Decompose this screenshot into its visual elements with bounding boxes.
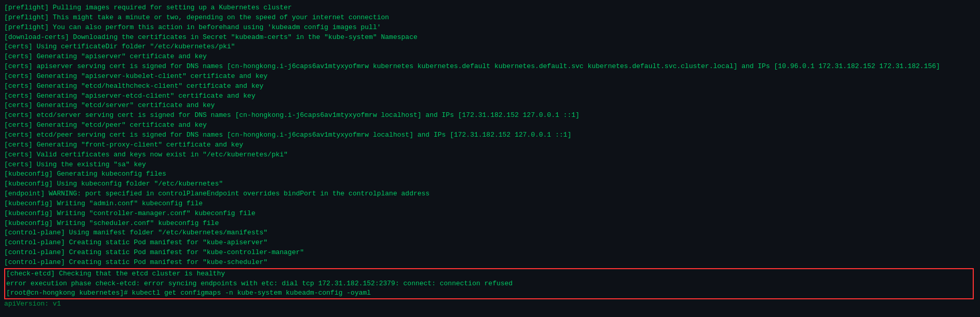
terminal-line: [certs] Generating "etcd/healthcheck-cli…	[4, 82, 976, 91]
terminal-line: [certs] etcd/peer serving cert is signed…	[4, 130, 976, 140]
terminal-line: [certs] Using certificateDir folder "/et…	[4, 42, 976, 52]
terminal-line: [certs] Generating "apiserver-kubelet-cl…	[4, 72, 976, 82]
terminal-line: [certs] Valid certificates and keys now …	[4, 150, 976, 160]
terminal-line: [kubeconfig] Writing "scheduler.conf" ku…	[4, 219, 976, 229]
terminal-line: [certs] Generating "etcd/peer" certifica…	[4, 121, 976, 130]
terminal-line: [kubeconfig] Using kubeconfig folder "/e…	[4, 179, 976, 189]
terminal-line: [certs] Using the existing "sa" key	[4, 160, 976, 170]
terminal-line: [download-certs] Downloading the certifi…	[4, 33, 976, 43]
terminal-line: [control-plane] Creating static Pod mani…	[4, 258, 976, 268]
highlighted-line: [root@cn-hongkong kubernetes]# kubectl g…	[5, 288, 973, 298]
terminal-line: [certs] Generating "apiserver-etcd-clien…	[4, 91, 976, 101]
terminal-line: [kubeconfig] Writing "admin.conf" kubeco…	[4, 199, 976, 209]
terminal-line: [kubeconfig] Writing "controller-manager…	[4, 209, 976, 219]
terminal-line: [preflight] This might take a minute or …	[4, 13, 976, 23]
terminal-line: [control-plane] Creating static Pod mani…	[4, 248, 976, 258]
terminal-line: [endpoint] WARNING: port specified in co…	[4, 189, 976, 199]
terminal-line: [control-plane] Using manifest folder "/…	[4, 228, 976, 238]
terminal: [preflight] Pulling images required for …	[0, 0, 980, 317]
terminal-line: [certs] apiserver serving cert is signed…	[4, 62, 976, 72]
highlighted-block: [check-etcd] Checking that the etcd clus…	[4, 268, 974, 300]
terminal-line: [certs] Generating "etcd/server" certifi…	[4, 101, 976, 111]
terminal-line: [kubeconfig] Generating kubeconfig files	[4, 169, 976, 179]
terminal-line: [preflight] Pulling images required for …	[4, 3, 976, 13]
terminal-line: [control-plane] Creating static Pod mani…	[4, 238, 976, 248]
highlighted-line: [check-etcd] Checking that the etcd clus…	[5, 269, 973, 279]
terminal-line: [certs] Generating "front-proxy-client" …	[4, 140, 976, 150]
terminal-line: [certs] Generating "apiserver" certifica…	[4, 52, 976, 62]
highlighted-line: error execution phase check-etcd: error …	[5, 279, 973, 289]
terminal-line: [preflight] You can also perform this ac…	[4, 23, 976, 33]
terminal-line: [certs] etcd/server serving cert is sign…	[4, 111, 976, 121]
last-line: apiVersion: v1	[4, 299, 976, 309]
